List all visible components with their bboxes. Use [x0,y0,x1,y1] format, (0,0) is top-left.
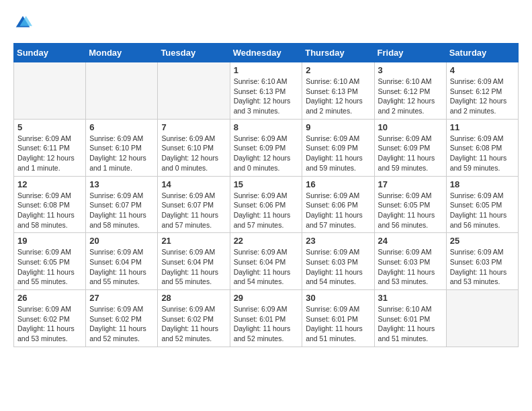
day-info: Sunrise: 6:09 AM Sunset: 6:05 PM Dayligh… [378,191,443,230]
calendar-cell: 11Sunrise: 6:09 AM Sunset: 6:08 PM Dayli… [446,119,518,176]
logo [13,13,35,32]
day-info: Sunrise: 6:09 AM Sunset: 6:09 PM Dayligh… [306,134,370,173]
weekday-header-tuesday: Tuesday [158,44,230,62]
calendar-cell: 22Sunrise: 6:09 AM Sunset: 6:04 PM Dayli… [230,233,302,290]
day-number: 28 [161,293,226,303]
day-info: Sunrise: 6:09 AM Sunset: 6:05 PM Dayligh… [450,191,515,230]
calendar-table: SundayMondayTuesdayWednesdayThursdayFrid… [13,43,519,347]
day-info: Sunrise: 6:09 AM Sunset: 6:04 PM Dayligh… [89,247,154,287]
day-info: Sunrise: 6:09 AM Sunset: 6:03 PM Dayligh… [306,247,370,287]
day-number: 21 [161,236,226,246]
day-number: 9 [306,122,370,132]
calendar-cell [14,62,86,120]
day-info: Sunrise: 6:09 AM Sunset: 6:05 PM Dayligh… [17,247,82,287]
day-info: Sunrise: 6:09 AM Sunset: 6:04 PM Dayligh… [161,247,226,287]
weekday-header-row: SundayMondayTuesdayWednesdayThursdayFrid… [14,44,519,62]
calendar-cell: 5Sunrise: 6:09 AM Sunset: 6:11 PM Daylig… [14,119,86,176]
day-number: 5 [17,122,82,132]
calendar-cell: 6Sunrise: 6:09 AM Sunset: 6:10 PM Daylig… [86,119,158,176]
page-header [13,13,519,32]
weekday-header-thursday: Thursday [302,44,374,62]
day-number: 7 [161,122,226,132]
day-info: Sunrise: 6:09 AM Sunset: 6:11 PM Dayligh… [17,134,82,173]
calendar-cell: 18Sunrise: 6:09 AM Sunset: 6:05 PM Dayli… [446,176,518,233]
day-number: 8 [234,122,299,132]
weekday-header-wednesday: Wednesday [230,44,302,62]
day-number: 12 [17,179,82,189]
calendar-cell: 9Sunrise: 6:09 AM Sunset: 6:09 PM Daylig… [302,119,374,176]
day-number: 10 [378,122,443,132]
calendar-cell: 23Sunrise: 6:09 AM Sunset: 6:03 PM Dayli… [302,233,374,290]
day-info: Sunrise: 6:09 AM Sunset: 6:10 PM Dayligh… [161,134,226,173]
day-number: 31 [378,293,443,303]
calendar-cell: 2Sunrise: 6:10 AM Sunset: 6:13 PM Daylig… [302,62,374,120]
day-number: 22 [234,236,299,246]
calendar-cell: 8Sunrise: 6:09 AM Sunset: 6:09 PM Daylig… [230,119,302,176]
day-number: 23 [306,236,370,246]
calendar-cell: 29Sunrise: 6:09 AM Sunset: 6:01 PM Dayli… [230,290,302,347]
day-info: Sunrise: 6:09 AM Sunset: 6:10 PM Dayligh… [89,134,154,173]
day-number: 19 [17,236,82,246]
day-number: 3 [378,65,443,75]
calendar-cell: 21Sunrise: 6:09 AM Sunset: 6:04 PM Dayli… [158,233,230,290]
weekday-header-saturday: Saturday [446,44,518,62]
day-number: 29 [234,293,299,303]
day-info: Sunrise: 6:09 AM Sunset: 6:07 PM Dayligh… [161,191,226,230]
calendar-cell [158,62,230,120]
day-info: Sunrise: 6:09 AM Sunset: 6:08 PM Dayligh… [17,191,82,230]
calendar-cell: 3Sunrise: 6:10 AM Sunset: 6:12 PM Daylig… [374,62,446,120]
day-info: Sunrise: 6:09 AM Sunset: 6:03 PM Dayligh… [450,247,515,287]
weekday-header-friday: Friday [374,44,446,62]
calendar-cell: 12Sunrise: 6:09 AM Sunset: 6:08 PM Dayli… [14,176,86,233]
calendar-cell: 25Sunrise: 6:09 AM Sunset: 6:03 PM Dayli… [446,233,518,290]
calendar-cell: 10Sunrise: 6:09 AM Sunset: 6:09 PM Dayli… [374,119,446,176]
day-number: 6 [89,122,154,132]
calendar-cell: 7Sunrise: 6:09 AM Sunset: 6:10 PM Daylig… [158,119,230,176]
day-number: 13 [89,179,154,189]
day-number: 24 [378,236,443,246]
calendar-cell: 13Sunrise: 6:09 AM Sunset: 6:07 PM Dayli… [86,176,158,233]
day-info: Sunrise: 6:09 AM Sunset: 6:12 PM Dayligh… [450,77,515,116]
calendar-cell: 14Sunrise: 6:09 AM Sunset: 6:07 PM Dayli… [158,176,230,233]
day-info: Sunrise: 6:09 AM Sunset: 6:02 PM Dayligh… [17,304,82,344]
day-info: Sunrise: 6:09 AM Sunset: 6:07 PM Dayligh… [89,191,154,230]
day-info: Sunrise: 6:09 AM Sunset: 6:06 PM Dayligh… [306,191,370,230]
day-info: Sunrise: 6:10 AM Sunset: 6:12 PM Dayligh… [378,77,443,116]
calendar-cell: 15Sunrise: 6:09 AM Sunset: 6:06 PM Dayli… [230,176,302,233]
calendar-cell: 24Sunrise: 6:09 AM Sunset: 6:03 PM Dayli… [374,233,446,290]
calendar-cell: 16Sunrise: 6:09 AM Sunset: 6:06 PM Dayli… [302,176,374,233]
calendar-cell: 4Sunrise: 6:09 AM Sunset: 6:12 PM Daylig… [446,62,518,120]
day-number: 25 [450,236,515,246]
weekday-header-sunday: Sunday [14,44,86,62]
day-info: Sunrise: 6:09 AM Sunset: 6:09 PM Dayligh… [234,134,299,173]
day-number: 26 [17,293,82,303]
calendar-week-5: 26Sunrise: 6:09 AM Sunset: 6:02 PM Dayli… [14,290,519,347]
day-info: Sunrise: 6:10 AM Sunset: 6:01 PM Dayligh… [378,304,443,344]
day-number: 15 [234,179,299,189]
day-number: 30 [306,293,370,303]
day-number: 27 [89,293,154,303]
calendar-cell: 31Sunrise: 6:10 AM Sunset: 6:01 PM Dayli… [374,290,446,347]
day-info: Sunrise: 6:10 AM Sunset: 6:13 PM Dayligh… [234,77,299,116]
calendar-week-4: 19Sunrise: 6:09 AM Sunset: 6:05 PM Dayli… [14,233,519,290]
weekday-header-monday: Monday [86,44,158,62]
day-info: Sunrise: 6:09 AM Sunset: 6:06 PM Dayligh… [234,191,299,230]
day-info: Sunrise: 6:10 AM Sunset: 6:13 PM Dayligh… [306,77,370,116]
calendar-cell: 28Sunrise: 6:09 AM Sunset: 6:02 PM Dayli… [158,290,230,347]
calendar-cell: 26Sunrise: 6:09 AM Sunset: 6:02 PM Dayli… [14,290,86,347]
logo-icon [13,13,32,32]
day-info: Sunrise: 6:09 AM Sunset: 6:03 PM Dayligh… [378,247,443,287]
day-number: 2 [306,65,370,75]
calendar-cell [86,62,158,120]
day-info: Sunrise: 6:09 AM Sunset: 6:09 PM Dayligh… [378,134,443,173]
calendar-cell: 20Sunrise: 6:09 AM Sunset: 6:04 PM Dayli… [86,233,158,290]
day-info: Sunrise: 6:09 AM Sunset: 6:01 PM Dayligh… [306,304,370,344]
calendar-cell: 19Sunrise: 6:09 AM Sunset: 6:05 PM Dayli… [14,233,86,290]
day-info: Sunrise: 6:09 AM Sunset: 6:01 PM Dayligh… [234,304,299,344]
day-number: 14 [161,179,226,189]
day-info: Sunrise: 6:09 AM Sunset: 6:02 PM Dayligh… [161,304,226,344]
calendar-cell: 17Sunrise: 6:09 AM Sunset: 6:05 PM Dayli… [374,176,446,233]
day-number: 16 [306,179,370,189]
day-info: Sunrise: 6:09 AM Sunset: 6:02 PM Dayligh… [89,304,154,344]
calendar-week-3: 12Sunrise: 6:09 AM Sunset: 6:08 PM Dayli… [14,176,519,233]
